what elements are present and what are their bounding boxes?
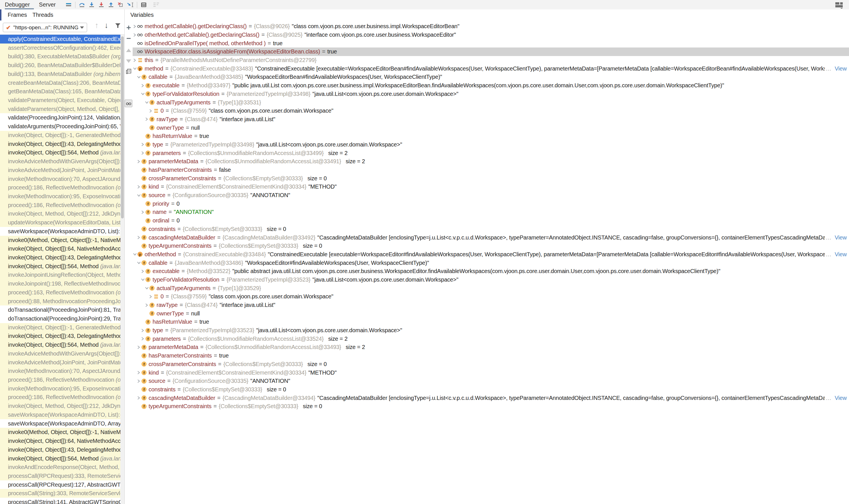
frame-row[interactable]: proceed():88, MethodInvocationProceeding… bbox=[0, 297, 120, 306]
variable-row[interactable]: isDefinedOnParallelType( method, otherMe… bbox=[132, 39, 849, 48]
view-link[interactable]: View bbox=[835, 395, 847, 401]
view-link[interactable]: View bbox=[835, 251, 847, 258]
expand-arrow-icon[interactable] bbox=[141, 142, 145, 147]
variable-row[interactable]: fcallable={JavaBeanMethod@33485}"Workspa… bbox=[132, 73, 849, 82]
frames-scrollbar-thumb[interactable] bbox=[121, 36, 124, 218]
variable-row[interactable]: fconstraints={Collections$EmptySet@30333… bbox=[132, 385, 849, 394]
frame-row[interactable]: doTransactional(ProceedingJoinPoint):29,… bbox=[0, 314, 120, 323]
variable-row[interactable]: fcascadingMetaDataBuilder={CascadingMeta… bbox=[132, 233, 849, 242]
filter-frames-icon[interactable] bbox=[115, 22, 121, 30]
panel-divider[interactable] bbox=[124, 10, 125, 504]
frame-row[interactable]: invoke(Object, Object[]):43, DelegatingM… bbox=[0, 253, 120, 262]
frame-row[interactable]: invoke(Object, Method, Object[]):212, Jd… bbox=[0, 402, 120, 410]
variable-row[interactable]: frawType={Class@474}"interface java.util… bbox=[132, 115, 849, 124]
frame-row[interactable]: invoke(Object, Object[]):-1, GeneratedMe… bbox=[0, 323, 120, 332]
step-into-icon[interactable] bbox=[87, 1, 96, 9]
frame-row[interactable]: processCall(RPCRequest):333, RemoteServi… bbox=[0, 472, 120, 480]
frame-row[interactable]: invoke(MethodInvocation):70, AspectJArou… bbox=[0, 367, 120, 375]
frame-row[interactable]: saveWorkspace(WorkspaceAdminDTO, List):1… bbox=[0, 227, 120, 236]
frame-row[interactable]: proceed():186, ReflectiveMethodInvocatio… bbox=[0, 393, 120, 402]
frame-row[interactable]: processCall(RPCRequest):127, AbstractGWT… bbox=[0, 480, 120, 489]
frame-row[interactable]: getBeanMetaData(Class):165, BeanMetaData… bbox=[0, 87, 120, 96]
variable-row[interactable]: fhasParameterConstraints=true bbox=[132, 352, 849, 360]
expand-arrow-icon[interactable] bbox=[148, 109, 153, 113]
collapse-arrow-icon[interactable] bbox=[137, 75, 141, 79]
frame-row[interactable]: invokeAndEncodeResponse(Object, Method, … bbox=[0, 463, 120, 472]
frame-row[interactable]: build():260, BeanMetaDataBuilder$Builder… bbox=[0, 61, 120, 70]
frame-down-icon[interactable]: ↓ bbox=[104, 21, 108, 30]
expand-arrow-icon[interactable] bbox=[141, 337, 145, 341]
frame-row[interactable]: processCall(String):141, AbstractGWTSpri… bbox=[0, 498, 120, 504]
frame-row[interactable]: proceed():186, ReflectiveMethodInvocatio… bbox=[0, 183, 120, 192]
variable-row[interactable]: ftypeArgumentConstraints={Collections$Em… bbox=[132, 402, 849, 411]
variable-row[interactable]: fparameters={Collections$UnmodifiableRan… bbox=[132, 335, 849, 343]
collapse-arrow-icon[interactable] bbox=[145, 100, 149, 105]
tab-threads[interactable]: Threads bbox=[33, 12, 53, 18]
expand-arrow-icon[interactable] bbox=[148, 294, 153, 299]
variable-row[interactable]: fcascadingMetaDataBuilder={CascadingMeta… bbox=[132, 394, 849, 402]
expand-arrow-icon[interactable] bbox=[145, 117, 149, 122]
expand-arrow-icon[interactable] bbox=[141, 83, 145, 88]
frame-row[interactable]: validate(ProceedingJoinPoint):124, Valid… bbox=[0, 113, 120, 122]
variable-row[interactable]: fhasParameterConstraints=false bbox=[132, 166, 849, 174]
variable-row[interactable]: method.getCallable().getDeclaringClass()… bbox=[132, 22, 849, 31]
collapse-arrow-icon[interactable] bbox=[137, 193, 141, 198]
expand-arrow-icon[interactable] bbox=[141, 269, 145, 274]
remove-watch-icon[interactable] bbox=[125, 35, 132, 41]
frame-row[interactable]: saveWorkspace(WorkspaceAdminDTO, List):-… bbox=[0, 410, 120, 419]
layout-settings-icon[interactable] bbox=[834, 1, 844, 9]
force-step-into-icon[interactable] bbox=[96, 1, 106, 9]
expand-arrow-icon[interactable] bbox=[137, 396, 141, 400]
frame-row[interactable]: updateWorkspace(WorkspaceEditorData, Lis… bbox=[0, 218, 120, 227]
collapse-arrow-icon[interactable] bbox=[141, 92, 145, 96]
frame-row[interactable]: validateArguments(ProceedingJoinPoint):6… bbox=[0, 122, 120, 131]
frame-row[interactable]: invokeAdviceMethod(JoinPoint, JoinPointM… bbox=[0, 166, 120, 175]
expand-arrow-icon[interactable] bbox=[137, 345, 141, 349]
frame-row[interactable]: invokeJoinpointUsingReflection(Object, M… bbox=[0, 270, 120, 279]
frame-row[interactable]: invoke(Object, Method, Object[]):212, Jd… bbox=[0, 209, 120, 218]
variable-row[interactable]: WorkspaceEditor.class.isAssignableFrom(W… bbox=[132, 48, 849, 56]
variable-row[interactable]: fordinal=0 bbox=[132, 216, 849, 225]
variable-row[interactable]: fconstraints={Collections$EmptySet@30333… bbox=[132, 225, 849, 234]
frame-row[interactable]: invoke(MethodInvocation):70, AspectJArou… bbox=[0, 175, 120, 183]
view-link[interactable]: View bbox=[835, 66, 847, 72]
inline-values-icon[interactable] bbox=[152, 1, 161, 9]
variable-row[interactable]: 0={Class@7559}"class com.vjoon.ps.core.u… bbox=[132, 292, 849, 301]
frame-row[interactable]: proceed():163, ReflectiveMethodInvocatio… bbox=[0, 288, 120, 297]
frame-row[interactable]: createBeanMetaData(Class):206, BeanMetaD… bbox=[0, 78, 120, 87]
variable-row[interactable]: fexecutable={Method@33497}"public java.u… bbox=[132, 82, 849, 90]
frame-row[interactable]: invokeJoinpoint():198, ReflectiveMethodI… bbox=[0, 279, 120, 288]
frame-row[interactable]: assertCorrectnessOfConfiguration():462, … bbox=[0, 43, 120, 52]
threads-frames-icon[interactable] bbox=[64, 1, 73, 9]
variable-row[interactable]: ftypeArgumentConstraints={Collections$Em… bbox=[132, 242, 849, 250]
frame-row[interactable]: apply(ConstrainedExecutable, Constrained… bbox=[0, 35, 120, 43]
frame-row[interactable]: invoke0(Method, Object, Object[]):-1, Na… bbox=[0, 428, 120, 437]
tab-server[interactable]: Server bbox=[39, 0, 56, 10]
frame-row[interactable]: invoke(MethodInvocation):95, ExposeInvoc… bbox=[0, 384, 120, 393]
collapse-arrow-icon[interactable] bbox=[132, 252, 137, 256]
variable-row[interactable]: fsource={ConfigurationSource@30335}"ANNO… bbox=[132, 191, 849, 200]
variable-row[interactable]: fexecutable={Method@33522}"public abstra… bbox=[132, 267, 849, 276]
variable-row[interactable]: potherMethod={ConstrainedExecutable@3348… bbox=[132, 250, 849, 259]
variable-row[interactable]: fsource={ConfigurationSource@30335}"ANNO… bbox=[132, 377, 849, 385]
variable-row[interactable]: fparameters={Collections$UnmodifiableRan… bbox=[132, 149, 849, 157]
expand-arrow-icon[interactable] bbox=[141, 151, 145, 155]
frame-row[interactable]: invoke(Object, Object[]):64, NativeMetho… bbox=[0, 437, 120, 445]
tab-frames[interactable]: Frames bbox=[8, 12, 27, 18]
variable-row[interactable]: fpriority=0 bbox=[132, 199, 849, 208]
frame-row[interactable]: validateParameters(Object, Method, Objec… bbox=[0, 105, 120, 113]
variable-row[interactable]: fhasReturnValue=true bbox=[132, 318, 849, 326]
variable-row[interactable]: pmethod={ConstrainedExecutable@33483}"Co… bbox=[132, 64, 849, 73]
frame-row[interactable]: invoke(Object, Object[]):564, Method (ja… bbox=[0, 454, 120, 463]
expand-arrow-icon[interactable] bbox=[137, 185, 141, 189]
thread-selector-dropdown[interactable]: ✔ "https-open...n": RUNNING bbox=[3, 23, 87, 32]
expand-arrow-icon[interactable] bbox=[132, 58, 137, 62]
expand-arrow-icon[interactable] bbox=[145, 303, 149, 307]
frame-row[interactable]: invoke(Object, Object[]):564, Method (ja… bbox=[0, 340, 120, 349]
variable-row[interactable]: ftype={ParameterizedTypeImpl@33498}"java… bbox=[132, 141, 849, 149]
variable-row[interactable]: 0={Class@7559}"class com.vjoon.ps.core.u… bbox=[132, 107, 849, 115]
collapse-arrow-icon[interactable] bbox=[141, 277, 145, 282]
frame-row[interactable]: validateParameters(Object, Executable, O… bbox=[0, 96, 120, 105]
show-watches-toggle[interactable] bbox=[125, 100, 132, 107]
expand-arrow-icon[interactable] bbox=[141, 328, 145, 333]
